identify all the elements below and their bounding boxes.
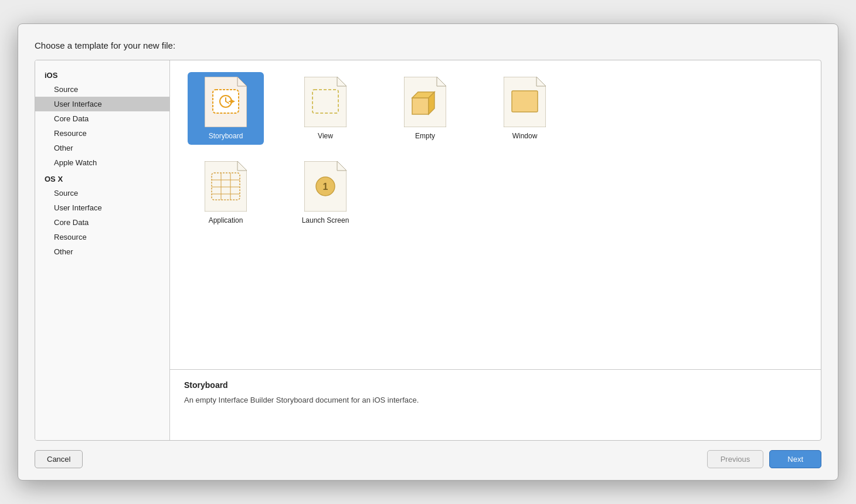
description-area: Storyboard An empty Interface Builder St… xyxy=(170,370,821,440)
template-item-empty[interactable]: Empty xyxy=(387,72,463,145)
sidebar-item-osx-user-interface[interactable]: User Interface xyxy=(35,200,169,215)
svg-rect-4 xyxy=(512,91,538,112)
sidebar-section-ios: iOS xyxy=(35,66,169,82)
content-area: Storyboard View Empty xyxy=(170,60,821,440)
template-label-launch-screen: Launch Screen xyxy=(302,216,349,224)
footer-right: Previous Next xyxy=(707,450,821,468)
sidebar-item-ios-source[interactable]: Source xyxy=(35,82,169,97)
description-title: Storyboard xyxy=(184,380,807,390)
template-label-storyboard: Storyboard xyxy=(209,132,243,140)
footer: Cancel Previous Next xyxy=(35,450,821,468)
template-icon-window xyxy=(500,77,550,127)
dialog-title: Choose a template for your new file: xyxy=(35,40,821,50)
sidebar-item-osx-other[interactable]: Other xyxy=(35,244,169,259)
sidebar-item-ios-apple-watch[interactable]: Apple Watch xyxy=(35,155,169,170)
svg-rect-3 xyxy=(412,98,429,114)
template-item-launch-screen[interactable]: 1 Launch Screen xyxy=(287,156,364,229)
template-icon-view xyxy=(300,77,351,127)
svg-text:1: 1 xyxy=(323,182,328,192)
templates-grid: Storyboard View Empty xyxy=(170,60,821,370)
template-icon-launch-screen: 1 xyxy=(300,161,351,212)
sidebar-item-ios-resource[interactable]: Resource xyxy=(35,126,169,141)
template-label-view: View xyxy=(318,132,333,140)
cancel-button[interactable]: Cancel xyxy=(35,450,83,468)
sidebar-item-ios-other[interactable]: Other xyxy=(35,141,169,155)
sidebar-item-osx-core-data[interactable]: Core Data xyxy=(35,215,169,230)
template-item-application[interactable]: Application xyxy=(188,156,264,229)
template-icon-application xyxy=(201,161,251,212)
main-area: iOSSourceUser InterfaceCore DataResource… xyxy=(35,60,821,441)
template-item-view[interactable]: View xyxy=(287,72,364,145)
template-item-window[interactable]: Window xyxy=(487,72,563,145)
sidebar-item-ios-core-data[interactable]: Core Data xyxy=(35,111,169,126)
sidebar: iOSSourceUser InterfaceCore DataResource… xyxy=(35,60,170,440)
sidebar-item-ios-user-interface[interactable]: User Interface xyxy=(35,97,169,111)
template-item-storyboard[interactable]: Storyboard xyxy=(188,72,264,145)
next-button[interactable]: Next xyxy=(769,450,821,468)
description-text: An empty Interface Builder Storyboard do… xyxy=(184,394,807,406)
dialog: Choose a template for your new file: iOS… xyxy=(18,23,838,481)
sidebar-section-os-x: OS X xyxy=(35,170,169,186)
sidebar-item-osx-resource[interactable]: Resource xyxy=(35,230,169,244)
template-icon-storyboard xyxy=(201,77,251,127)
sidebar-item-osx-source[interactable]: Source xyxy=(35,186,169,200)
template-label-window: Window xyxy=(512,132,538,140)
template-label-application: Application xyxy=(209,216,243,224)
template-label-empty: Empty xyxy=(415,132,435,140)
previous-button[interactable]: Previous xyxy=(707,450,764,468)
template-icon-empty xyxy=(400,77,450,127)
